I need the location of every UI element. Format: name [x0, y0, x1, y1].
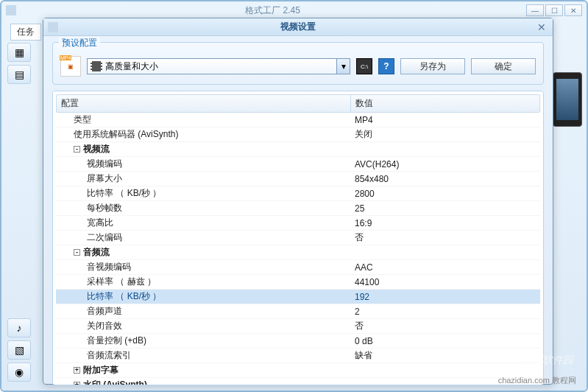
table-row[interactable]: 比特率 （ KB/秒 ）192	[56, 290, 540, 304]
row-key: 比特率 （ KB/秒 ）	[87, 291, 161, 301]
row-key: 比特率 （ KB/秒 ）	[87, 188, 161, 198]
preset-group: 预设配置 ▣ 高质量和大小 ▾ C:\ ? 另存为 确定	[52, 42, 544, 85]
help-button[interactable]: ?	[378, 58, 394, 74]
table-row[interactable]: +附加字幕	[56, 363, 540, 378]
row-value: AVC(H264)	[350, 157, 540, 172]
table-row[interactable]: -音频流	[56, 245, 540, 260]
row-value: 16:9	[350, 216, 540, 231]
task-tab[interactable]: 任务	[10, 24, 41, 41]
table-row[interactable]: 视频编码AVC(H264)	[56, 157, 540, 172]
row-value: 25	[350, 201, 540, 216]
row-key: 附加字幕	[83, 365, 118, 375]
row-value	[350, 142, 540, 157]
toolbar-icon-1[interactable]: ▦	[7, 43, 31, 62]
chevron-down-icon[interactable]: ▾	[336, 59, 350, 74]
row-value: 否	[350, 231, 540, 245]
row-key: 类型	[74, 114, 91, 125]
table-row[interactable]: 音量控制 (+dB)0 dB	[56, 334, 540, 349]
preset-row: ▣ 高质量和大小 ▾ C:\ ? 另存为 确定	[60, 56, 536, 77]
table-row[interactable]: -视频流	[56, 142, 540, 157]
footer-watermark: chazidian.com 教程网	[498, 375, 576, 386]
row-key: 使用系统解码器 (AviSynth)	[74, 129, 178, 139]
row-key: 视频编码	[87, 158, 122, 169]
header-config: 配置	[57, 95, 351, 112]
row-key: 音量控制 (+dB)	[87, 335, 146, 346]
mp4-icon: ▣	[60, 56, 81, 77]
table-row[interactable]: 宽高比16:9	[56, 216, 540, 231]
table-row[interactable]: 音频流索引缺省	[56, 349, 540, 363]
ok-button[interactable]: 确定	[471, 58, 536, 74]
preset-selected-label: 高质量和大小	[105, 60, 158, 73]
toolbar-icon-2[interactable]: ▤	[7, 65, 31, 84]
expand-icon[interactable]: +	[74, 382, 80, 385]
table-row[interactable]: +水印 (AviSynth)	[56, 378, 540, 386]
preset-select[interactable]: 高质量和大小 ▾	[87, 58, 350, 74]
collapse-icon[interactable]: -	[74, 249, 80, 256]
row-key: 音频声道	[87, 306, 122, 316]
table-row[interactable]: 关闭音效否	[56, 319, 540, 334]
main-titlebar: 格式工厂 2.45 — ☐ ✕	[1, 1, 587, 19]
table-row[interactable]: 每秒帧数25	[56, 201, 540, 216]
row-key: 二次编码	[87, 232, 122, 242]
row-value: 关闭	[350, 127, 540, 142]
settings-table[interactable]: 配置 数值 类型MP4使用系统解码器 (AviSynth)关闭-视频流视频编码A…	[52, 91, 544, 385]
preset-legend: 预设配置	[59, 37, 100, 49]
minimize-button[interactable]: —	[526, 4, 544, 16]
music-icon[interactable]: ♪	[7, 318, 31, 337]
row-value: 2	[350, 304, 540, 319]
cmd-button[interactable]: C:\	[356, 58, 372, 74]
row-value: 否	[350, 319, 540, 334]
row-value: MP4	[350, 113, 540, 127]
table-body: 类型MP4使用系统解码器 (AviSynth)关闭-视频流视频编码AVC(H26…	[56, 113, 540, 385]
film-icon	[91, 61, 102, 71]
row-key: 宽高比	[87, 217, 113, 228]
row-key: 视频流	[83, 144, 110, 154]
row-value: 192	[350, 290, 540, 304]
picture-icon[interactable]: ▧	[7, 340, 31, 360]
row-key: 采样率 （ 赫兹 ）	[87, 276, 156, 287]
row-value: 2800	[350, 186, 540, 201]
row-value	[350, 245, 540, 260]
maximize-button[interactable]: ☐	[545, 4, 563, 16]
window-buttons: — ☐ ✕	[526, 4, 582, 16]
table-row[interactable]: 二次编码否	[56, 231, 540, 245]
close-button[interactable]: ✕	[564, 4, 582, 16]
row-value: 缺省	[350, 349, 540, 363]
left-sidebar: ▦ ▤ ♪ ▧ ◉	[7, 43, 38, 382]
table-row[interactable]: 比特率 （ KB/秒 ）2800	[56, 186, 540, 201]
row-value: AAC	[350, 260, 540, 275]
row-key: 屏幕大小	[87, 173, 122, 183]
row-value: 44100	[350, 275, 540, 290]
row-value: 0 dB	[350, 334, 540, 349]
expand-icon[interactable]: +	[74, 367, 80, 374]
row-key: 音视频编码	[87, 262, 131, 272]
video-settings-dialog: 视频设置 ✕ 预设配置 ▣ 高质量和大小 ▾ C:\ ? 另存为 确定 配置 数…	[43, 18, 553, 385]
row-key: 音频流索引	[87, 350, 131, 360]
header-value: 数值	[351, 95, 539, 112]
dialog-close-button[interactable]: ✕	[535, 21, 548, 34]
dialog-title: 视频设置	[61, 21, 535, 33]
table-row[interactable]: 使用系统解码器 (AviSynth)关闭	[56, 127, 540, 142]
app-icon	[6, 5, 16, 15]
dialog-titlebar: 视频设置 ✕	[43, 18, 553, 36]
collapse-icon[interactable]: -	[74, 146, 80, 153]
disc-icon[interactable]: ◉	[7, 363, 31, 382]
main-title: 格式工厂 2.45	[19, 4, 526, 17]
table-row[interactable]: 屏幕大小854x480	[56, 172, 540, 186]
row-key: 关闭音效	[87, 321, 122, 331]
table-header: 配置 数值	[56, 94, 540, 113]
dialog-icon	[48, 22, 58, 32]
device-preview	[553, 72, 582, 127]
table-row[interactable]: 音频声道2	[56, 304, 540, 319]
row-key: 音频流	[83, 247, 110, 257]
table-row[interactable]: 类型MP4	[56, 113, 540, 127]
saveas-button[interactable]: 另存为	[400, 58, 465, 74]
table-row[interactable]: 音视频编码AAC	[56, 260, 540, 275]
row-value: 854x480	[350, 172, 540, 186]
row-key: 水印 (AviSynth)	[83, 379, 147, 385]
table-row[interactable]: 采样率 （ 赫兹 ）44100	[56, 275, 540, 290]
row-key: 每秒帧数	[87, 203, 122, 213]
